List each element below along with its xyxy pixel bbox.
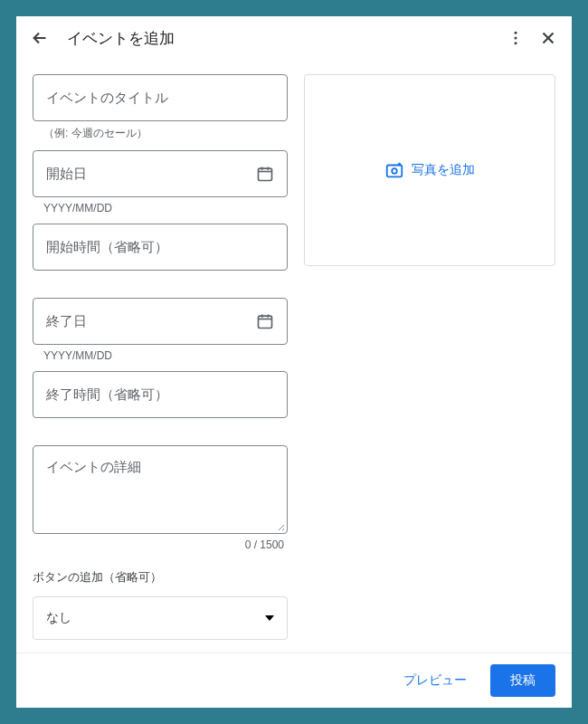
header: イベントを追加 — [16, 16, 572, 60]
body: イベントのタイトル （例: 今週のセール） 開始日 YYYY/MM/DD 開始時… — [16, 60, 572, 653]
button-section-label: ボタンの追加（省略可） — [33, 569, 288, 586]
svg-point-0 — [515, 32, 517, 34]
left-column: イベントのタイトル （例: 今週のセール） 開始日 YYYY/MM/DD 開始時… — [33, 60, 288, 653]
calendar-icon — [256, 165, 274, 183]
start-date-placeholder: 開始日 — [46, 166, 87, 183]
back-button[interactable] — [29, 27, 51, 49]
resize-icon — [274, 520, 285, 531]
button-select-value: なし — [46, 610, 71, 626]
details-textarea[interactable]: イベントの詳細 — [33, 445, 288, 534]
more-button[interactable] — [505, 27, 526, 49]
details-placeholder: イベントの詳細 — [46, 460, 141, 474]
more-vert-icon — [507, 29, 525, 47]
svg-rect-3 — [259, 168, 272, 180]
svg-point-1 — [515, 37, 517, 40]
svg-point-2 — [515, 42, 517, 44]
close-button[interactable] — [537, 27, 559, 49]
title-helper: （例: 今週のセール） — [33, 121, 288, 141]
char-count: 0 / 1500 — [33, 534, 288, 551]
end-time-field-wrap: 終了時間（省略可） — [33, 371, 288, 418]
end-date-helper: YYYY/MM/DD — [33, 345, 288, 362]
footer: プレビュー 投稿 — [16, 653, 572, 708]
end-time-input[interactable]: 終了時間（省略可） — [33, 371, 288, 418]
title-input[interactable]: イベントのタイトル — [33, 74, 288, 121]
chevron-down-icon — [265, 615, 274, 621]
end-date-input[interactable]: 終了日 — [33, 298, 288, 345]
end-time-placeholder: 終了時間（省略可） — [46, 386, 168, 404]
start-time-field-wrap: 開始時間（省略可） — [33, 224, 288, 271]
title-placeholder: イベントのタイトル — [46, 90, 168, 107]
right-column: 写真を追加 — [304, 60, 555, 653]
start-date-field-wrap: 開始日 YYYY/MM/DD — [33, 150, 288, 214]
end-date-placeholder: 終了日 — [46, 313, 87, 330]
add-photo-icon — [384, 160, 404, 180]
button-select[interactable]: なし — [33, 596, 288, 640]
start-time-placeholder: 開始時間（省略可） — [46, 239, 168, 256]
start-date-input[interactable]: 開始日 — [33, 150, 288, 197]
start-date-helper: YYYY/MM/DD — [33, 197, 288, 214]
start-time-input[interactable]: 開始時間（省略可） — [33, 224, 288, 271]
add-photo-label: 写真を追加 — [412, 162, 475, 178]
svg-rect-4 — [259, 316, 272, 328]
close-icon — [538, 28, 558, 48]
svg-point-6 — [392, 168, 397, 174]
details-field-wrap: イベントの詳細 0 / 1500 — [33, 445, 288, 551]
svg-rect-5 — [387, 166, 403, 177]
arrow-left-icon — [30, 28, 50, 48]
submit-button[interactable]: 投稿 — [490, 664, 555, 697]
dialog: イベントを追加 イベントのタイトル （例: 今週のセール） 開始日 — [16, 16, 572, 708]
end-date-field-wrap: 終了日 YYYY/MM/DD — [33, 298, 288, 362]
preview-button[interactable]: プレビュー — [393, 665, 478, 696]
title-field-wrap: イベントのタイトル （例: 今週のセール） — [33, 74, 288, 141]
add-photo-button[interactable]: 写真を追加 — [304, 74, 555, 266]
page-title: イベントを追加 — [67, 28, 494, 49]
calendar-icon — [256, 312, 274, 330]
